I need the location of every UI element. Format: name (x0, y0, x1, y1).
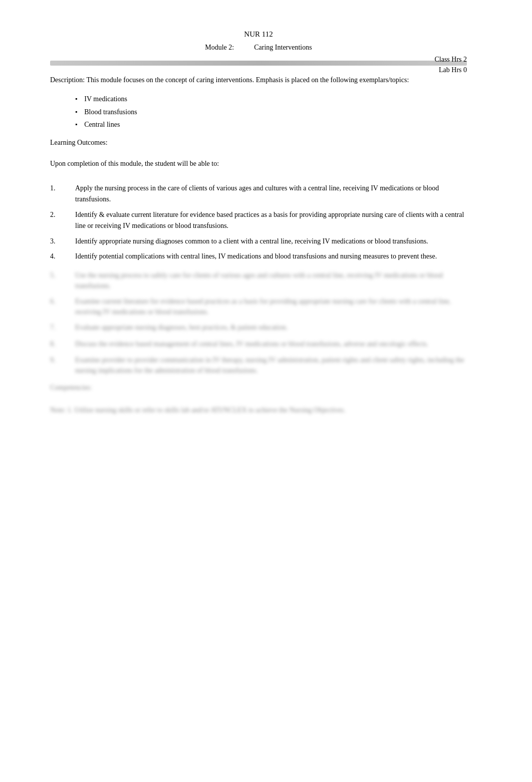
bullet-item-text: Central lines (84, 118, 120, 131)
table-row: 4. Identify potential complications with… (50, 251, 467, 262)
outcome-text: Evaluate appropriate nursing diagnoses, … (75, 322, 467, 333)
outcomes-intro: Upon completion of this module, the stud… (50, 160, 467, 168)
outcome-number: 1. (50, 183, 75, 194)
module-line: Module 2: Caring Interventions (50, 44, 467, 52)
course-title: NUR 112 (50, 30, 467, 39)
outcomes-list: 1. Apply the nursing process in the care… (50, 183, 467, 262)
outcome-number: 5. (50, 270, 75, 281)
outcome-number: 3. (50, 236, 75, 247)
competencies-label: Competencies: (50, 384, 467, 392)
outcome-text: Examine provider to provider communicati… (75, 355, 467, 376)
table-row: 8. Discuss the evidence based management… (50, 339, 467, 350)
table-row: 5. Use the nursing process to safely car… (50, 270, 467, 291)
learning-outcomes-label: Learning Outcomes: (50, 139, 467, 147)
outcome-number: 9. (50, 355, 75, 366)
outcome-text: Discuss the evidence based management of… (75, 339, 467, 349)
outcome-number: 8. (50, 339, 75, 350)
blurred-outcomes-section: 5. Use the nursing process to safely car… (50, 270, 467, 376)
description-text: Description: This module focuses on the … (50, 75, 467, 86)
outcome-number: 2. (50, 209, 75, 220)
table-row: 6. Examine current literature for eviden… (50, 296, 467, 317)
module-label: Module 2: (205, 44, 234, 52)
outcome-text: Apply the nursing process in the care of… (75, 183, 467, 205)
bullet-item-text: IV medications (84, 93, 127, 105)
outcome-number: 4. (50, 251, 75, 262)
table-row: 7. Evaluate appropriate nursing diagnose… (50, 322, 467, 333)
topic-bullet-list: IV medications Blood transfusions Centra… (75, 93, 467, 131)
outcome-text: Identify & evaluate current literature f… (75, 209, 467, 232)
blurred-outcomes-list: 5. Use the nursing process to safely car… (50, 270, 467, 376)
list-item: IV medications (75, 93, 467, 105)
outcome-text: Use the nursing process to safely care f… (75, 270, 467, 291)
page: NUR 112 Module 2: Caring Interventions C… (0, 0, 532, 782)
outcome-number: 6. (50, 296, 75, 307)
outcome-text: Examine current literature for evidence … (75, 296, 467, 317)
table-row: 2. Identify & evaluate current literatur… (50, 209, 467, 232)
table-row: 3. Identify appropriate nursing diagnose… (50, 236, 467, 247)
table-row: 1. Apply the nursing process in the care… (50, 183, 467, 205)
lab-hrs: Lab Hrs 0 (434, 65, 467, 75)
header-section: NUR 112 Module 2: Caring Interventions (50, 30, 467, 52)
bullet-item-text: Blood transfusions (84, 106, 137, 118)
outcome-number: 7. (50, 322, 75, 333)
list-item: Central lines (75, 118, 467, 131)
divider-bar (50, 61, 467, 66)
outcome-text: Identify potential complications with ce… (75, 251, 467, 262)
table-row: 9. Examine provider to provider communic… (50, 355, 467, 376)
blurred-note-text: Note: 1. Utilize nursing skills or refer… (50, 405, 467, 416)
list-item: Blood transfusions (75, 106, 467, 118)
outcome-text: Identify appropriate nursing diagnoses c… (75, 236, 467, 247)
class-hrs: Class Hrs 2 (434, 54, 467, 65)
class-info: Class Hrs 2 Lab Hrs 0 (434, 54, 467, 75)
module-name: Caring Interventions (254, 44, 312, 52)
